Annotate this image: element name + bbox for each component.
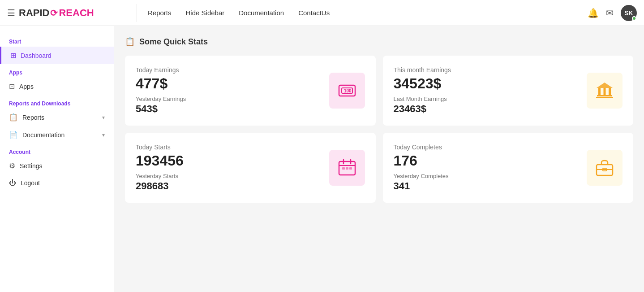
svg-marker-3 (597, 83, 613, 88)
sidebar-label-apps: Apps (19, 83, 34, 90)
stat-card-today-starts: Today Starts 193456 Yesterday Starts 298… (125, 133, 376, 203)
stat-info-today-starts: Today Starts 193456 Yesterday Starts 298… (136, 144, 184, 192)
sidebar-label-settings: Settings (20, 162, 43, 170)
sidebar-item-logout[interactable]: ⏻ Logout (0, 174, 114, 192)
svg-rect-14 (346, 167, 348, 170)
yesterday-completes-value: 341 (394, 180, 449, 192)
svg-rect-7 (597, 95, 612, 96)
sidebar-section-apps: Apps (0, 64, 114, 78)
nav-link-reports[interactable]: Reports (148, 9, 172, 17)
stat-card-today-completes: Today Completes 176 Yesterday Completes … (383, 133, 634, 203)
yesterday-starts-label: Yesterday Starts (136, 173, 184, 179)
calendar-icon (337, 157, 357, 178)
main-content: 📋 Some Quick Stats Today Earnings 477$ Y… (114, 26, 644, 292)
today-earnings-value: 477$ (136, 75, 186, 92)
stat-info-today-earnings: Today Earnings 477$ Yesterday Earnings 5… (136, 66, 186, 115)
today-completes-label: Today Completes (394, 144, 449, 151)
month-earnings-icon-box (587, 73, 623, 109)
page-header-icon: 📋 (125, 37, 135, 47)
documentation-chevron-icon: ▾ (102, 132, 105, 138)
sidebar-section-account: Account (0, 144, 114, 157)
sidebar-label-reports: Reports (22, 114, 44, 121)
sidebar-item-dashboard[interactable]: ⊞ Dashboard (0, 47, 114, 64)
avatar-text: SK (624, 9, 633, 17)
last-month-earnings-value: 23463$ (394, 103, 451, 115)
bell-button[interactable]: 🔔 (588, 8, 599, 18)
nav-links: Reports Hide Sidebar Documentation Conta… (141, 9, 588, 17)
today-completes-icon-box (587, 150, 623, 186)
mail-button[interactable]: ✉ (606, 8, 614, 18)
nav-link-hide-sidebar[interactable]: Hide Sidebar (186, 9, 225, 17)
logo-icon: ⟳ (50, 8, 58, 18)
svg-rect-5 (604, 88, 606, 95)
logo-rapid: RAPID (19, 7, 49, 18)
bank-icon (594, 80, 615, 101)
stat-card-month-earnings: This month Earnings 34523$ Last Month Ea… (383, 56, 634, 126)
logo-reach: REACH (59, 7, 94, 18)
nav-link-contactus[interactable]: ContactUs (298, 9, 330, 17)
reports-chevron-icon: ▾ (102, 114, 105, 121)
yesterday-starts-value: 298683 (136, 180, 184, 192)
sidebar-label-dashboard: Dashboard (21, 52, 52, 59)
sidebar-item-documentation[interactable]: 📄 Documentation ▾ (0, 126, 114, 144)
sidebar-label-documentation: Documentation (22, 131, 64, 139)
sidebar: Start ⊞ Dashboard Apps ⊡ Apps Reports an… (0, 26, 114, 292)
today-starts-icon-box (329, 150, 365, 186)
avatar-online-dot (632, 16, 636, 21)
sidebar-item-reports[interactable]: 📋 Reports ▾ (0, 109, 114, 126)
dashboard-icon: ⊞ (10, 51, 16, 60)
svg-text:100: 100 (344, 88, 352, 93)
page-header: 📋 Some Quick Stats (125, 37, 633, 47)
settings-icon: ⚙ (9, 161, 15, 170)
today-starts-label: Today Starts (136, 144, 184, 151)
svg-rect-8 (596, 97, 613, 98)
yesterday-completes-label: Yesterday Completes (394, 173, 449, 179)
yesterday-earnings-label: Yesterday Earnings (136, 96, 186, 102)
avatar[interactable]: SK (621, 5, 637, 21)
today-earnings-icon-box: 100 (329, 73, 365, 109)
month-earnings-value: 34523$ (394, 75, 451, 92)
sidebar-section-reports: Reports and Downloads (0, 95, 114, 109)
svg-rect-6 (609, 88, 611, 95)
today-starts-value: 193456 (136, 153, 184, 169)
money-icon: 100 (337, 81, 357, 100)
stats-grid: Today Earnings 477$ Yesterday Earnings 5… (125, 56, 633, 203)
logo: RAPID⟳REACH (19, 7, 133, 19)
logout-icon: ⏻ (9, 179, 16, 187)
documentation-icon: 📄 (9, 131, 18, 139)
briefcase-icon (594, 157, 615, 178)
stat-info-today-completes: Today Completes 176 Yesterday Completes … (394, 144, 449, 192)
hamburger-button[interactable]: ☰ (7, 8, 15, 18)
svg-rect-4 (598, 88, 601, 95)
nav-divider (137, 4, 137, 22)
stat-card-today-earnings: Today Earnings 477$ Yesterday Earnings 5… (125, 56, 376, 126)
yesterday-earnings-value: 543$ (136, 103, 186, 115)
month-earnings-label: This month Earnings (394, 66, 451, 74)
svg-rect-15 (349, 167, 352, 170)
today-completes-value: 176 (394, 153, 449, 169)
reports-icon: 📋 (9, 113, 18, 122)
sidebar-item-settings[interactable]: ⚙ Settings (0, 157, 114, 174)
top-navigation: ☰ RAPID⟳REACH Reports Hide Sidebar Docum… (0, 0, 644, 26)
page-title: Some Quick Stats (139, 37, 208, 47)
apps-icon: ⊡ (9, 82, 15, 91)
stat-info-month-earnings: This month Earnings 34523$ Last Month Ea… (394, 66, 451, 115)
sidebar-section-start: Start (0, 33, 114, 47)
today-earnings-label: Today Earnings (136, 66, 186, 74)
sidebar-label-logout: Logout (21, 179, 40, 187)
svg-rect-13 (342, 167, 345, 170)
last-month-earnings-label: Last Month Earnings (394, 96, 451, 102)
nav-right: 🔔 ✉ SK (588, 5, 637, 21)
nav-link-documentation[interactable]: Documentation (239, 9, 284, 17)
sidebar-item-apps[interactable]: ⊡ Apps (0, 78, 114, 95)
main-layout: Start ⊞ Dashboard Apps ⊡ Apps Reports an… (0, 26, 644, 292)
